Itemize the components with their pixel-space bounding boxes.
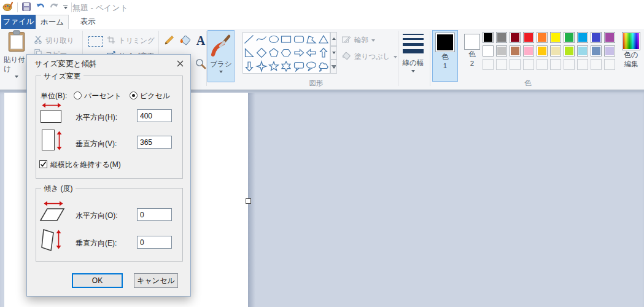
palette-swatch[interactable]	[564, 45, 575, 56]
line-width-label[interactable]: 線の幅	[398, 58, 429, 68]
palette-swatch[interactable]	[604, 45, 615, 56]
palette-empty-slot[interactable]	[591, 59, 602, 70]
dialog-title: サイズ変更と傾斜	[34, 59, 96, 69]
palette-swatch[interactable]	[510, 32, 521, 43]
palette-swatch[interactable]	[496, 45, 507, 56]
vertical-size-input[interactable]	[137, 136, 172, 149]
shape-rectangle[interactable]	[280, 33, 292, 46]
palette-swatch[interactable]	[496, 32, 507, 43]
palette-empty-slot[interactable]	[604, 59, 615, 70]
palette-swatch[interactable]	[591, 32, 602, 43]
shape-pentagon[interactable]	[268, 46, 280, 60]
shape-star-6[interactable]	[280, 60, 292, 73]
pencil-tool-button[interactable]	[161, 33, 177, 50]
shape-arrow-right[interactable]	[293, 46, 305, 60]
palette-swatch[interactable]	[550, 45, 561, 56]
cut-button[interactable]: 切り取り	[34, 34, 74, 47]
palette-swatch[interactable]	[577, 45, 588, 56]
shape-line[interactable]	[243, 33, 255, 46]
pixel-radio[interactable]	[130, 91, 138, 99]
paste-button[interactable]: 貼り付け	[4, 30, 29, 87]
outline-button[interactable]: 輪郭	[341, 35, 375, 45]
select-tool-button[interactable]	[86, 33, 106, 50]
percent-radio[interactable]	[74, 91, 82, 99]
palette-swatch[interactable]	[510, 45, 521, 56]
color2-label-number: 2	[470, 59, 474, 68]
fill-tool-button[interactable]	[177, 33, 193, 50]
tab-file[interactable]: ファイル	[1, 15, 36, 29]
vertical-arrow-icon	[56, 131, 62, 150]
palette-empty-slot[interactable]	[537, 59, 548, 70]
palette-swatch[interactable]	[550, 32, 561, 43]
palette-swatch[interactable]	[537, 32, 548, 43]
tab-view[interactable]: 表示	[69, 15, 107, 29]
save-icon[interactable]	[21, 2, 31, 14]
shape-star-4[interactable]	[255, 60, 268, 73]
shape-right-triangle[interactable]	[243, 46, 255, 60]
shape-callout-rounded[interactable]	[293, 60, 305, 73]
shape-polygon[interactable]	[305, 33, 317, 46]
palette-swatch[interactable]	[537, 45, 548, 56]
aspect-ratio-checkbox[interactable]	[39, 160, 47, 168]
palette-swatch[interactable]	[523, 45, 534, 56]
shapes-expand-button[interactable]	[330, 60, 337, 74]
shape-curve[interactable]	[255, 33, 268, 46]
shape-arrow-down[interactable]	[243, 60, 255, 73]
shape-arrow-up[interactable]	[317, 46, 330, 60]
palette-swatch[interactable]	[591, 45, 602, 56]
brush-button[interactable]: ブラシ	[208, 30, 235, 82]
vertical-skew-icon	[41, 227, 55, 254]
shapes-scroll-down-button[interactable]	[330, 46, 337, 60]
skew-horizontal-input[interactable]	[137, 208, 172, 221]
color1-button[interactable]: 色 1	[432, 30, 458, 82]
selection-rectangle-icon	[88, 36, 103, 47]
palette-swatch[interactable]	[523, 32, 534, 43]
palette-empty-slot[interactable]	[483, 59, 494, 70]
shape-triangle[interactable]	[317, 33, 330, 46]
shape-diamond[interactable]	[255, 46, 268, 60]
shape-rounded-rectangle[interactable]	[293, 33, 305, 46]
canvas-resize-handle[interactable]	[246, 198, 251, 204]
shape-hexagon[interactable]	[280, 46, 292, 60]
color2-button[interactable]: 色 2	[460, 30, 484, 82]
tab-home[interactable]: ホーム	[36, 15, 69, 29]
palette-swatch[interactable]	[577, 32, 588, 43]
palette-swatch[interactable]	[604, 32, 615, 43]
ok-button[interactable]: OK	[72, 273, 123, 288]
shape-callout-oval[interactable]	[305, 60, 317, 73]
palette-empty-slot[interactable]	[496, 59, 507, 70]
palette-swatch[interactable]	[564, 32, 575, 43]
undo-icon[interactable]	[35, 2, 45, 14]
palette-empty-slot[interactable]	[564, 59, 575, 70]
redo-icon[interactable]	[49, 2, 60, 14]
expand-gallery-icon	[332, 65, 336, 69]
paste-caret-icon	[15, 76, 18, 78]
shape-ellipse[interactable]	[268, 33, 280, 46]
line-width-caret-icon[interactable]	[411, 70, 415, 72]
cancel-button[interactable]: キャンセル	[134, 273, 178, 288]
horizontal-size-input[interactable]	[137, 109, 172, 122]
percent-label[interactable]: パーセント	[84, 91, 122, 101]
horizontal-arrow-icon	[42, 103, 61, 108]
crop-button[interactable]: トリミング	[107, 36, 155, 46]
shape-arrow-left[interactable]	[305, 46, 317, 60]
crop-icon	[107, 36, 115, 46]
skew-vertical-input[interactable]	[137, 236, 172, 249]
palette-empty-slot[interactable]	[577, 59, 588, 70]
pixel-label[interactable]: ピクセル	[140, 91, 170, 101]
shape-fill-button[interactable]: 塗りつぶし	[341, 52, 397, 62]
qat-customize-icon[interactable]	[63, 6, 68, 9]
palette-swatch[interactable]	[483, 32, 494, 43]
edit-colors-label-1: 色の	[624, 50, 638, 60]
shapes-scroll-up-button[interactable]	[330, 32, 337, 46]
palette-empty-slot[interactable]	[523, 59, 534, 70]
checkmark-icon	[40, 161, 47, 168]
edit-colors-button[interactable]: 色の 編集	[619, 30, 643, 69]
palette-empty-slot[interactable]	[550, 59, 561, 70]
shape-star-5[interactable]	[268, 60, 280, 73]
dialog-close-button[interactable]	[173, 57, 187, 69]
aspect-ratio-label[interactable]: 縦横比を維持する(M)	[50, 160, 121, 170]
palette-empty-slot[interactable]	[510, 59, 521, 70]
shape-callout-cloud[interactable]	[317, 60, 330, 73]
palette-swatch[interactable]	[483, 45, 494, 56]
